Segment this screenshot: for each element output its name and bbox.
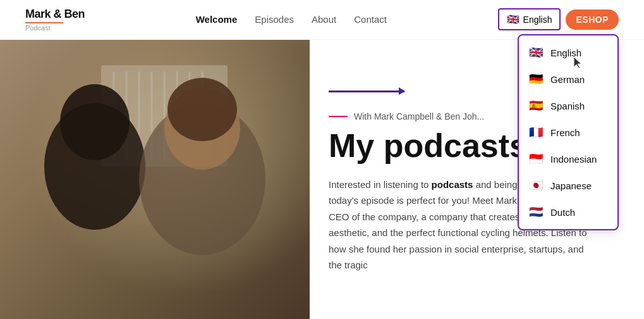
flag-indonesian: 🇮🇩 (529, 152, 544, 166)
flag-german: 🇩🇪 (529, 72, 544, 86)
nav-contact[interactable]: Contact (354, 14, 387, 25)
flag-french: 🇫🇷 (529, 125, 544, 139)
lang-item-japanese[interactable]: 🇯🇵 Japanese (519, 172, 617, 199)
bold-podcasts: podcasts (432, 179, 473, 190)
header-right: 🇬🇧 English ESHOP (498, 8, 619, 30)
main-nav: Welcome Episodes About Contact (196, 14, 387, 25)
nav-welcome[interactable]: Welcome (196, 14, 238, 25)
flag-english: 🇬🇧 (529, 46, 544, 59)
eshop-button[interactable]: ESHOP (566, 9, 619, 30)
lang-item-german[interactable]: 🇩🇪 German (519, 66, 617, 92)
lang-label-dutch: Dutch (550, 207, 575, 218)
flag-japanese: 🇯🇵 (529, 178, 544, 192)
lang-label-english: English (550, 47, 581, 58)
language-button[interactable]: 🇬🇧 English (498, 8, 561, 30)
lang-item-english[interactable]: 🇬🇧 English (519, 39, 617, 66)
lang-label-japanese: Japanese (550, 180, 592, 191)
nav-episodes[interactable]: Episodes (255, 14, 294, 25)
current-lang-label: English (523, 15, 552, 25)
logo-title: Mark & Ben (25, 8, 85, 21)
logo-underline (25, 22, 63, 23)
photo-svg (0, 40, 310, 320)
lang-label-spanish: Spanish (550, 101, 585, 111)
logo-subtitle: Podcast (25, 24, 85, 32)
subtitle-text: With Mark Campbell & Ben Joh... (354, 111, 484, 122)
lang-label-french: French (550, 127, 580, 138)
svg-point-14 (167, 78, 237, 141)
hero-image (0, 40, 310, 320)
logo-area: Mark & Ben Podcast (25, 8, 85, 32)
lang-item-french[interactable]: 🇫🇷 French (519, 119, 617, 146)
lang-item-indonesian[interactable]: 🇮🇩 Indonesian (519, 146, 617, 172)
subtitle-dash (329, 116, 348, 117)
lang-label-indonesian: Indonesian (550, 154, 597, 165)
current-lang-flag: 🇬🇧 (507, 13, 519, 25)
lang-item-dutch[interactable]: 🇳🇱 Dutch (519, 199, 617, 225)
arrow-decoration (329, 91, 404, 92)
language-dropdown: 🇬🇧 English 🇩🇪 German 🇪🇸 Spanish 🇫🇷 Frenc… (518, 34, 619, 230)
photo-background (0, 40, 310, 320)
lang-label-german: German (550, 74, 585, 85)
flag-dutch: 🇳🇱 (529, 205, 544, 219)
svg-point-11 (60, 84, 130, 160)
flag-spanish: 🇪🇸 (529, 99, 544, 113)
nav-about[interactable]: About (312, 14, 336, 25)
lang-item-spanish[interactable]: 🇪🇸 Spanish (519, 92, 617, 119)
